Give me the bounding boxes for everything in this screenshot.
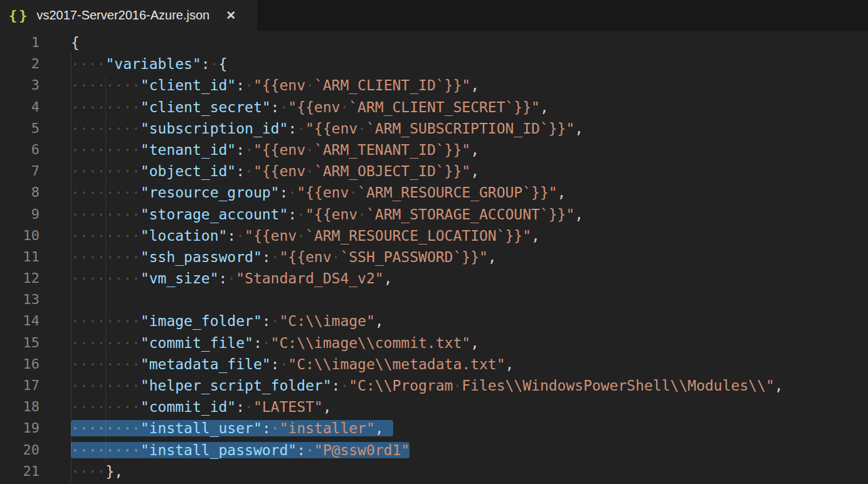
code-line[interactable]: 1{ [0, 32, 868, 53]
whitespace-dot: · [80, 206, 88, 223]
whitespace-dot: · [71, 270, 80, 287]
json-string-value: "installer" [279, 420, 374, 436]
code-line[interactable]: 21····}, [0, 461, 868, 482]
whitespace-dot: · [97, 77, 106, 93]
whitespace-dot: · [114, 377, 123, 394]
indent-guide [105, 310, 106, 332]
indent-guide [71, 118, 71, 139]
whitespace-dot: · [88, 120, 97, 137]
indent-guide [105, 97, 106, 118]
whitespace-dot: · [88, 142, 97, 158]
indent-guide [71, 375, 71, 396]
code-line[interactable]: 19········"install_user":·"installer", [0, 418, 868, 439]
whitespace-dot: · [297, 206, 305, 223]
json-punctuation: { [71, 34, 80, 51]
whitespace-dot: · [123, 377, 132, 394]
indent-guide [71, 246, 71, 268]
whitespace-dot: · [80, 228, 88, 244]
code-line[interactable]: 4········"client_secret":·"{{env·`ARM_CL… [0, 97, 868, 118]
whitespace-dot: · [123, 249, 132, 265]
selection-highlight: ········"install_user":·"installer", [71, 420, 393, 436]
whitespace-dot: · [71, 463, 80, 480]
code-line[interactable]: 16········"metadata_file":·"C:\\image\\m… [0, 354, 868, 375]
json-punctuation: , [531, 228, 540, 244]
code-line[interactable]: 2····"variables":·{ [0, 53, 868, 75]
whitespace-dot: · [114, 206, 123, 223]
code-editor[interactable]: 1{2····"variables":·{3········"client_id… [0, 31, 868, 484]
code-line[interactable]: 11········"ssh_password":·"{{env·`SSH_PA… [0, 246, 868, 268]
code-line[interactable]: 17········"helper_script_folder":·"C:\\P… [0, 375, 868, 396]
whitespace-dot: · [88, 313, 97, 329]
whitespace-dot: · [97, 313, 106, 329]
whitespace-dot: · [97, 184, 106, 201]
code-line[interactable]: 8········"resource_group":·"{{env·`ARM_R… [0, 182, 868, 203]
whitespace-dot: · [132, 228, 140, 244]
whitespace-dot: · [332, 249, 341, 265]
indent-guide [105, 289, 106, 310]
json-punctuation: : [262, 249, 271, 265]
tab-close-icon[interactable]: ✕ [226, 8, 236, 23]
line-number: 4 [0, 97, 40, 118]
code-line[interactable]: 20········"install_password":·"P@ssw0rd1… [0, 439, 868, 461]
whitespace-dot: · [114, 335, 123, 351]
code-line[interactable]: 7········"object_id":·"{{env·`ARM_OBJECT… [0, 160, 868, 182]
whitespace-dot: · [71, 377, 80, 394]
whitespace-dot: · [305, 77, 314, 93]
whitespace-dot: · [123, 142, 132, 158]
indent-guide [105, 268, 106, 289]
whitespace-dot: · [453, 377, 462, 394]
code-line[interactable]: 18········"commit_id":·"LATEST", [0, 396, 868, 418]
whitespace-dot: · [123, 77, 132, 93]
json-key: "subscription_id" [140, 120, 288, 137]
indent-guide [71, 204, 71, 225]
whitespace-dot: · [97, 270, 106, 287]
whitespace-dot: · [80, 420, 88, 436]
whitespace-dot: · [132, 335, 140, 351]
line-number: 6 [0, 139, 40, 160]
json-string-value: "C:\\image\\commit.txt" [271, 335, 471, 351]
indent-guide [71, 354, 71, 375]
code-line[interactable]: 12········"vm_size":·"Standard_DS4_v2", [0, 268, 868, 289]
whitespace-dot: · [305, 442, 314, 458]
whitespace-dot: · [80, 463, 88, 480]
whitespace-dot: · [114, 163, 123, 179]
json-string-value: "{{env·`ARM_STORAGE_ACCOUNT`}}" [305, 206, 574, 223]
json-string-value: "Standard_DS4_v2" [236, 270, 383, 287]
whitespace-dot: · [97, 99, 106, 115]
whitespace: ···· [71, 463, 105, 480]
code-line[interactable]: 15········"commit_file":·"C:\\image\\com… [0, 332, 868, 354]
tab-title: vs2017-Server2016-Azure.json [37, 8, 210, 23]
whitespace-dot: · [105, 184, 114, 201]
code-line[interactable]: 10········"location":·"{{env·`ARM_RESOUR… [0, 225, 868, 246]
code-line[interactable]: 9········"storage_account":·"{{env·`ARM_… [0, 204, 868, 225]
whitespace-dot: · [305, 142, 314, 158]
whitespace-dot: · [71, 399, 80, 415]
indent-guide [105, 418, 106, 439]
whitespace-dot: · [97, 56, 106, 72]
json-key: "install_user" [140, 420, 262, 436]
whitespace-dot: · [80, 356, 88, 372]
whitespace-dot: · [88, 249, 97, 265]
code-line[interactable]: 3········"client_id":·"{{env·`ARM_CLIENT… [0, 75, 868, 96]
code-line[interactable]: 6········"tenant_id":·"{{env·`ARM_TENANT… [0, 139, 868, 160]
whitespace-dot: · [105, 120, 114, 137]
json-key: "metadata_file" [140, 356, 271, 372]
tab-vs2017-server2016-azure[interactable]: {} vs2017-Server2016-Azure.json ✕ [0, 0, 257, 31]
indent-guide [105, 160, 106, 182]
whitespace-dot: · [71, 120, 80, 137]
whitespace-dot: · [88, 228, 97, 244]
code-line[interactable]: 13 [0, 289, 868, 310]
whitespace-dot: · [132, 206, 140, 223]
whitespace-dot: · [114, 270, 123, 287]
whitespace-dot: · [340, 99, 349, 115]
indent-guide [105, 375, 106, 396]
code-line[interactable]: 14········"image_folder":·"C:\\image", [0, 310, 868, 332]
whitespace-dot: · [88, 356, 97, 372]
whitespace: · [297, 120, 305, 137]
code-line[interactable]: 5········"subscription_id":·"{{env·`ARM_… [0, 118, 868, 139]
whitespace-dot: · [114, 356, 123, 372]
whitespace-dot: · [123, 184, 132, 201]
json-punctuation: , [375, 420, 384, 436]
indent-guide [105, 246, 106, 268]
whitespace-dot: · [349, 184, 357, 201]
